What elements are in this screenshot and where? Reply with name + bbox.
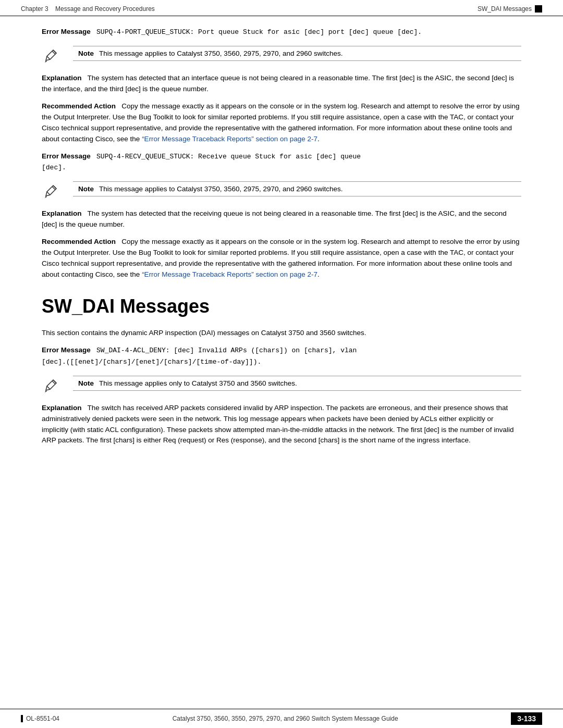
note-box-1: Note This message applies to Catalyst 37… [73,46,521,61]
sw-dai-heading: SW_DAI Messages [42,295,521,317]
note-text-1: This message applies to Catalyst 3750, 3… [99,50,343,57]
error-message-2: Error Message SUPQ-4-RECV_QUEUE_STUCK: R… [42,151,521,173]
recommended-label-2: Recommended Action [42,238,116,245]
sw-dai-intro: This section contains the dynamic ARP in… [42,328,521,339]
error-code-1: SUPQ-4-PORT_QUEUE_STUCK: Port queue Stuc… [96,28,422,36]
explanation-text-1: The system has detected that an interfac… [42,74,514,93]
error-block-2: Error Message SUPQ-4-RECV_QUEUE_STUCK: R… [42,151,521,173]
note-icon-col-sw-dai [42,376,73,396]
header-section-label: Message and Recovery Procedures [55,5,155,13]
note-icon-col-2 [42,181,73,201]
error-label-1: Error Message [42,28,91,35]
note-container-1: Note This message applies to Catalyst 37… [42,46,521,66]
error-message-1: Error Message SUPQ-4-PORT_QUEUE_STUCK: P… [42,27,521,38]
link-1[interactable]: “Error Message Traceback Reports” sectio… [142,135,317,143]
explanation-label-1: Explanation [42,74,82,82]
error-label-2: Error Message [42,152,91,160]
error-label-sw-dai: Error Message [42,346,91,354]
explanation-text-sw-dai: The switch has received ARP packets cons… [42,404,513,445]
recommended-2: Recommended Action Copy the message exac… [42,237,521,280]
page-header: Chapter 3 Message and Recovery Procedure… [0,0,563,16]
error-message-sw-dai: Error Message SW_DAI-4-ACL_DENY: [dec] I… [42,345,521,367]
note-text-sw-dai: This message applies only to Catalyst 37… [99,379,297,387]
footer-center: Catalyst 3750, 3560, 3550, 2975, 2970, a… [173,715,398,722]
note-icon-col-1 [42,46,73,66]
explanation-text-2: The system has detected that the receivi… [42,209,507,228]
pencil-icon-2 [42,182,60,201]
content-area: Error Message SUPQ-4-PORT_QUEUE_STUCK: P… [0,16,563,709]
header-black-box [535,5,542,13]
note-label-sw-dai: Note [78,379,94,387]
note-box-sw-dai: Note This message applies only to Cataly… [73,376,521,391]
header-left: Chapter 3 Message and Recovery Procedure… [21,5,155,13]
explanation-sw-dai: Explanation The switch has received ARP … [42,403,521,447]
pencil-icon-1 [42,47,60,66]
header-chapter-label: Chapter 3 [21,5,48,13]
explanation-label-2: Explanation [42,209,82,217]
recommended-label-1: Recommended Action [42,102,116,110]
header-right-section: SW_DAI Messages [478,5,532,13]
note-box-2: Note This message applies to Catalyst 37… [73,181,521,196]
note-label-2: Note [78,185,94,193]
note-container-sw-dai: Note This message applies only to Cataly… [42,376,521,396]
explanation-1: Explanation The system has detected that… [42,73,521,95]
note-text-2: This message applies to Catalyst 3750, 3… [99,185,343,193]
note-label-1: Note [78,50,94,57]
footer-page-number: 3-133 [511,712,542,725]
page-footer: OL-8551-04 Catalyst 3750, 3560, 3550, 29… [0,709,563,728]
error-block-sw-dai: Error Message SW_DAI-4-ACL_DENY: [dec] I… [42,345,521,367]
note-container-2: Note This message applies to Catalyst 37… [42,181,521,201]
footer-bar-icon [21,715,23,722]
footer-left: OL-8551-04 [21,715,59,722]
header-right: SW_DAI Messages [478,5,542,13]
pencil-icon-sw-dai [42,377,60,396]
explanation-label-sw-dai: Explanation [42,404,82,412]
link-2[interactable]: “Error Message Traceback Reports” sectio… [142,270,317,278]
footer-doc-number: OL-8551-04 [26,715,59,722]
error-block-1: Error Message SUPQ-4-PORT_QUEUE_STUCK: P… [42,27,521,38]
explanation-2: Explanation The system has detected that… [42,208,521,230]
recommended-1: Recommended Action Copy the message exac… [42,101,521,145]
